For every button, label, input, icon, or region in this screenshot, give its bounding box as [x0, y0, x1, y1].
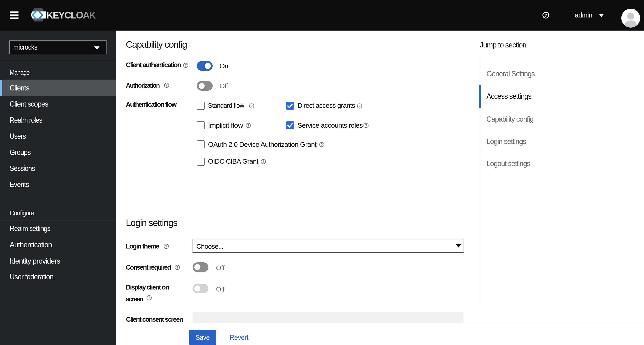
svg-text:?: ?: [247, 124, 249, 127]
svg-text:?: ?: [262, 160, 264, 164]
svg-text:?: ?: [165, 244, 167, 248]
svg-text:?: ?: [176, 266, 178, 269]
svg-text:?: ?: [321, 143, 323, 146]
svg-text:?: ?: [185, 63, 187, 67]
svg-text:?: ?: [544, 13, 547, 18]
svg-text:KEYCLOAK: KEYCLOAK: [46, 10, 96, 20]
svg-text:?: ?: [358, 104, 360, 108]
svg-text:?: ?: [166, 84, 168, 87]
svg-text:?: ?: [148, 296, 150, 300]
svg-text:?: ?: [251, 104, 253, 108]
svg-text:?: ?: [365, 124, 367, 127]
